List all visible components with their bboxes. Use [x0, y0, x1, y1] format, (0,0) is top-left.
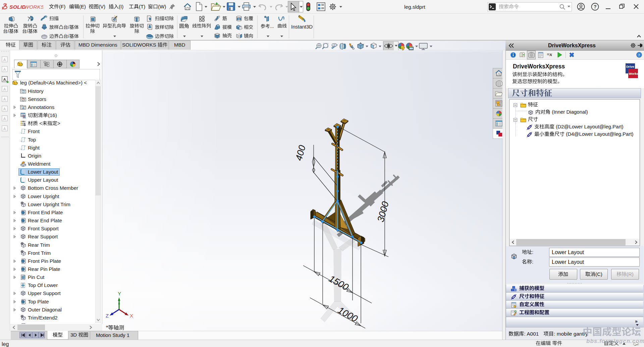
svg-text:WORKS: WORKS: [24, 4, 43, 10]
svg-text:A: A: [351, 45, 354, 49]
svg-text:Top: Top: [28, 137, 36, 142]
svg-text:>: >: [57, 121, 60, 126]
svg-text:(D4@Lower Layout@leg.Part): (D4@Lower Layout@leg.Part): [565, 131, 634, 137]
svg-text:A: A: [3, 58, 6, 62]
svg-text:Bottom Cross Member: Bottom Cross Member: [28, 185, 78, 191]
svg-text:Sensors: Sensors: [28, 97, 46, 102]
svg-text:History: History: [28, 89, 44, 94]
svg-text::: :: [532, 259, 533, 265]
svg-text:(V): (V): [99, 4, 105, 9]
svg-text:...: ...: [270, 24, 274, 29]
svg-text:Works: Works: [629, 72, 639, 75]
svg-text:Upper Layout: Upper Layout: [28, 177, 58, 183]
svg-text:A: A: [22, 106, 24, 110]
svg-text:<: <: [38, 121, 42, 126]
svg-text:X: X: [130, 313, 133, 319]
svg-text:(T): (T): [139, 4, 145, 9]
svg-text:Trim/Extend2: Trim/Extend2: [28, 315, 58, 321]
svg-text:MBD Dimensions: MBD Dimensions: [78, 42, 117, 48]
svg-text:A: A: [3, 107, 6, 111]
svg-text:Y: Y: [118, 291, 121, 296]
svg-text:/: /: [8, 29, 9, 34]
svg-text:Front Trim: Front Trim: [28, 250, 51, 256]
svg-text:Pin Cut: Pin Cut: [28, 275, 45, 280]
svg-text:A: A: [3, 67, 6, 71]
svg-text:A: A: [3, 77, 6, 81]
svg-text:leg (Default<As Machined>) <: leg (Default<As Machined>) <: [20, 80, 87, 85]
svg-text:SOLID: SOLID: [9, 4, 26, 10]
svg-text:A: A: [3, 97, 6, 101]
svg-text:A: A: [3, 117, 6, 121]
svg-text:/: /: [68, 34, 69, 39]
svg-text:Origin: Origin: [28, 153, 41, 159]
svg-text:/: /: [27, 29, 28, 34]
svg-text:Rear End Plate: Rear End Plate: [28, 218, 62, 223]
svg-text:Weldment: Weldment: [28, 161, 51, 167]
svg-text:3000: 3000: [375, 200, 391, 223]
svg-text:400: 400: [293, 144, 308, 162]
svg-text:Annotations: Annotations: [28, 105, 54, 110]
svg-text:(R): (R): [627, 272, 634, 277]
svg-text:(I): (I): [119, 4, 123, 9]
svg-text:/: /: [68, 25, 69, 30]
svg-text:Rear Trim: Rear Trim: [28, 242, 50, 248]
svg-text:Lower Upright Trim: Lower Upright Trim: [28, 202, 70, 207]
svg-text::: :: [532, 249, 533, 255]
svg-text:?: ?: [638, 53, 640, 57]
svg-text:3D: 3D: [70, 332, 78, 338]
svg-text:SOLIDWORKS: SOLIDWORKS: [122, 42, 158, 48]
svg-text:(F): (F): [59, 4, 65, 9]
svg-text:Front Support: Front Support: [28, 226, 59, 231]
svg-text:Right: Right: [28, 145, 40, 151]
svg-text:Drive: Drive: [626, 65, 634, 68]
svg-text:NN: NN: [23, 117, 26, 118]
svg-text:MBD: MBD: [174, 42, 185, 48]
svg-text:Z: Z: [106, 313, 109, 319]
svg-text:Front: Front: [28, 129, 40, 134]
svg-text:Outer Diagonal: Outer Diagonal: [28, 307, 62, 312]
svg-text:Lower Upright: Lower Upright: [28, 194, 59, 199]
svg-text:(Inner Diagonal): (Inner Diagonal): [550, 109, 588, 115]
svg-text:(E): (E): [79, 4, 86, 9]
svg-text:Front Pin Plate: Front Pin Plate: [28, 258, 61, 264]
svg-text:: A001: : A001: [524, 331, 543, 337]
svg-text:Top Plate: Top Plate: [28, 299, 49, 304]
svg-text:(W): (W): [158, 4, 166, 9]
svg-text:A: A: [3, 87, 6, 91]
svg-text:(C): (C): [595, 272, 602, 277]
svg-text:1000: 1000: [336, 305, 360, 324]
svg-text:Top Of Lower: Top Of Lower: [28, 283, 58, 288]
svg-text:Front End Plate: Front End Plate: [28, 210, 63, 215]
svg-text:?: ?: [594, 4, 597, 9]
svg-text:Lower Layout: Lower Layout: [28, 169, 58, 175]
svg-text:(16): (16): [48, 113, 57, 118]
svg-text:*: *: [106, 325, 108, 331]
svg-text:Rear Pin Plate: Rear Pin Plate: [28, 267, 60, 272]
svg-text:(D2@Lower Layout@leg.Part): (D2@Lower Layout@leg.Part): [554, 124, 624, 129]
svg-text:Rear Support: Rear Support: [28, 234, 58, 239]
svg-text:A: A: [3, 127, 6, 131]
svg-text:Upper Support: Upper Support: [28, 291, 61, 296]
